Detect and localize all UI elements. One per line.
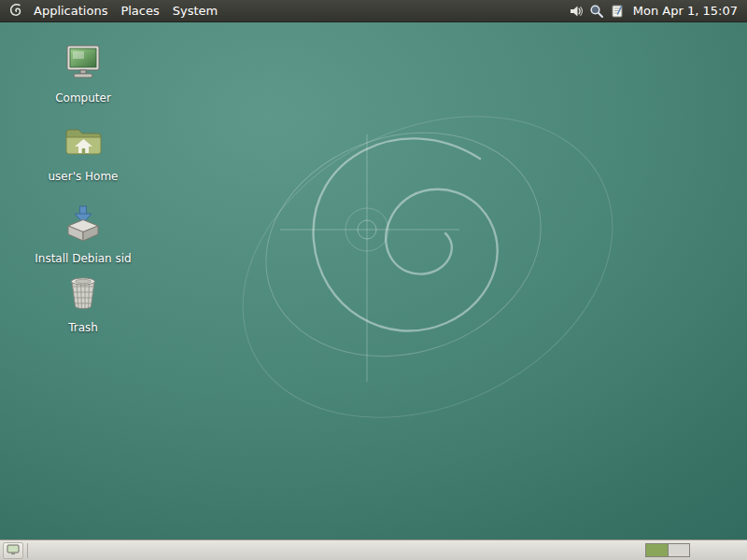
debian-menu-button[interactable] [4, 0, 27, 21]
desktop-icon-computer[interactable]: Computer [31, 41, 135, 105]
desktop-icon-trash[interactable]: Trash [31, 271, 135, 335]
window-list[interactable] [32, 540, 645, 560]
menu-applications[interactable]: Applications [27, 0, 114, 21]
notes-icon[interactable] [609, 3, 626, 20]
home-folder-icon [61, 119, 106, 168]
main-menu-bar: Applications Places System [4, 0, 224, 21]
workspace-1[interactable] [646, 544, 668, 556]
computer-icon [61, 41, 106, 90]
desktop-icon-label: Computer [55, 92, 111, 105]
clock[interactable]: Mon Apr 1, 15:07 [629, 4, 743, 18]
show-desktop-icon [7, 541, 20, 559]
system-tray: Mon Apr 1, 15:07 [568, 0, 743, 21]
show-desktop-button[interactable] [3, 542, 23, 559]
desktop[interactable]: Computer user's Home Install Debia [0, 22, 747, 539]
menu-system[interactable]: System [166, 0, 224, 21]
magnifier-icon[interactable] [588, 3, 605, 20]
desktop-icon-label: user's Home [49, 171, 119, 184]
workspace-switcher [645, 543, 690, 557]
installer-icon [61, 202, 106, 250]
panel-separator [27, 543, 28, 558]
trash-icon [61, 271, 106, 319]
desktop-icon-label: Trash [68, 322, 98, 335]
desktop-icon-install-debian[interactable]: Install Debian sid [31, 202, 135, 266]
bottom-panel [0, 539, 747, 560]
menu-places-label: Places [120, 4, 159, 18]
top-panel: Applications Places System [0, 0, 747, 22]
desktop-icon-label: Install Debian sid [35, 253, 132, 266]
workspace-2[interactable] [668, 544, 689, 556]
menu-applications-label: Applications [34, 4, 107, 18]
desktop-icon-home[interactable]: user's Home [31, 119, 135, 184]
debian-swirl-icon [7, 2, 23, 21]
volume-icon[interactable] [568, 3, 585, 20]
menu-system-label: System [173, 4, 218, 18]
menu-places[interactable]: Places [114, 0, 165, 21]
